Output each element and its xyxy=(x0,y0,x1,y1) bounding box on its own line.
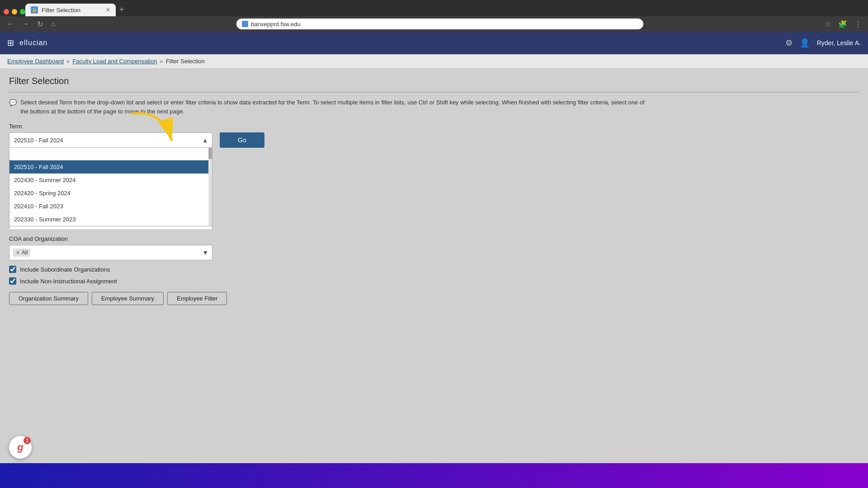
bookmark-button[interactable]: ☆ xyxy=(822,18,834,30)
term-label: Term xyxy=(9,123,859,130)
traffic-light-yellow[interactable] xyxy=(12,9,17,14)
back-button[interactable]: ← xyxy=(4,18,16,30)
checkbox-2-row: Include Non-Instructional Assignment xyxy=(9,277,859,285)
tab-close-icon[interactable]: ✕ xyxy=(106,7,110,13)
checkbox-non-instructional-label: Include Non-Instructional Assignment xyxy=(20,278,117,285)
settings-icon[interactable]: ⚙ xyxy=(785,38,793,48)
tag-x-icon-2[interactable]: ✕ xyxy=(16,250,20,256)
term-dropdown-container: 202510 - Fall 2024 ▲ 202510 - Fall 2024 … xyxy=(9,132,212,148)
grid-icon[interactable]: ⊞ xyxy=(7,38,14,48)
org-summary-button[interactable]: Organization Summary xyxy=(9,292,88,305)
term-option-2[interactable]: 202430 - Summer 2024 xyxy=(9,174,212,187)
tab-title: Filter Selection xyxy=(42,7,80,14)
extensions-button[interactable]: 🧩 xyxy=(835,18,850,30)
coa-field: COA and Organization ✕ All ▼ xyxy=(9,235,859,260)
coa-label: COA and Organization xyxy=(9,235,859,242)
dropdown-scrollbar[interactable] xyxy=(208,148,212,226)
reload-button[interactable]: ↻ xyxy=(34,18,46,30)
home-button[interactable]: ⌂ xyxy=(48,18,58,30)
term-dropdown-trigger[interactable]: 202510 - Fall 2024 ▲ xyxy=(9,132,212,148)
checkbox-1-row: Include Subordinate Organizations xyxy=(9,266,859,273)
address-favicon xyxy=(242,21,248,27)
main-content: Filter Selection 💬 Select desired Term f… xyxy=(0,69,868,312)
grammarly-g-logo: g xyxy=(17,441,23,453)
new-tab-button[interactable]: + xyxy=(116,5,128,14)
browser-tabs-bar: 🔒 Filter Selection ✕ + xyxy=(0,0,868,16)
forward-button[interactable]: → xyxy=(19,18,32,30)
term-selected-value: 202510 - Fall 2024 xyxy=(14,137,63,144)
term-option-4[interactable]: 202410 - Fall 2023 xyxy=(9,200,212,213)
term-option-5[interactable]: 202330 - Summer 2023 xyxy=(9,213,212,226)
traffic-light-red[interactable] xyxy=(4,9,9,14)
breadcrumb-sep-1: » xyxy=(66,58,70,65)
bottom-buttons: Organization Summary Employee Summary Em… xyxy=(9,292,859,305)
chevron-up-icon: ▲ xyxy=(202,137,208,144)
footer xyxy=(0,463,868,488)
browser-toolbar: ← → ↻ ⌂ banxepprd.fsw.edu ☆ 🧩 ⋮ xyxy=(0,16,868,32)
breadcrumb: Employee Dashboard » Faculty Load and Co… xyxy=(0,54,868,69)
browser-tab-active[interactable]: 🔒 Filter Selection ✕ xyxy=(25,4,116,16)
grammarly-badge: 3 xyxy=(24,437,31,444)
breadcrumb-link-faculty[interactable]: Faculty Load and Compensation xyxy=(72,58,157,65)
address-bar[interactable]: banxepprd.fsw.edu xyxy=(236,19,643,29)
employee-filter-button[interactable]: Employee Filter xyxy=(167,292,227,305)
user-name: Ryder, Leslie A. xyxy=(817,39,861,47)
go-button[interactable]: Go xyxy=(220,132,264,148)
grammarly-icon[interactable]: g 3 xyxy=(9,436,32,459)
user-icon[interactable]: 👤 xyxy=(800,38,810,48)
breadcrumb-link-dashboard[interactable]: Employee Dashboard xyxy=(7,58,64,65)
term-field: Term 202510 - Fall 2024 ▲ 202510 - Fall … xyxy=(9,123,859,148)
app-header: ⊞ ellucian ⚙ 👤 Ryder, Leslie A. xyxy=(0,32,868,54)
term-search-input[interactable] xyxy=(9,148,212,160)
info-text: Select desired Term from the drop-down l… xyxy=(20,98,653,116)
tag-label-2: All xyxy=(22,249,28,256)
info-icon: 💬 xyxy=(9,99,17,106)
url-text: banxepprd.fsw.edu xyxy=(251,21,300,28)
menu-button[interactable]: ⋮ xyxy=(852,18,864,30)
traffic-light-green[interactable] xyxy=(20,9,25,14)
term-dropdown-list: 202510 - Fall 2024 202430 - Summer 2024 … xyxy=(9,148,212,226)
page-divider xyxy=(9,92,859,93)
checkbox-subordinate-label: Include Subordinate Organizations xyxy=(20,266,110,273)
term-option-1[interactable]: 202510 - Fall 2024 xyxy=(9,160,212,174)
multi-select-2-wrapper: ✕ All ▼ xyxy=(9,245,859,260)
browser-chrome: 🔒 Filter Selection ✕ + ← → ↻ ⌂ banxepprd… xyxy=(0,0,868,32)
tag-2: ✕ All xyxy=(13,249,30,257)
multi-select-2[interactable]: ✕ All ▼ xyxy=(9,245,212,260)
scrollbar-thumb xyxy=(208,148,212,159)
checkbox-subordinate[interactable] xyxy=(9,266,16,273)
app-logo: ellucian xyxy=(19,39,47,47)
term-option-3[interactable]: 202420 - Spring 2024 xyxy=(9,187,212,200)
page-title: Filter Selection xyxy=(9,76,859,86)
info-box: 💬 Select desired Term from the drop-down… xyxy=(9,98,859,116)
tab-favicon: 🔒 xyxy=(31,6,38,14)
chevron-down-icon-2: ▼ xyxy=(202,249,208,256)
checkbox-non-instructional[interactable] xyxy=(9,277,16,285)
breadcrumb-current: Filter Selection xyxy=(166,58,205,65)
employee-summary-button[interactable]: Employee Summary xyxy=(92,292,164,305)
breadcrumb-sep-2: » xyxy=(160,58,163,65)
